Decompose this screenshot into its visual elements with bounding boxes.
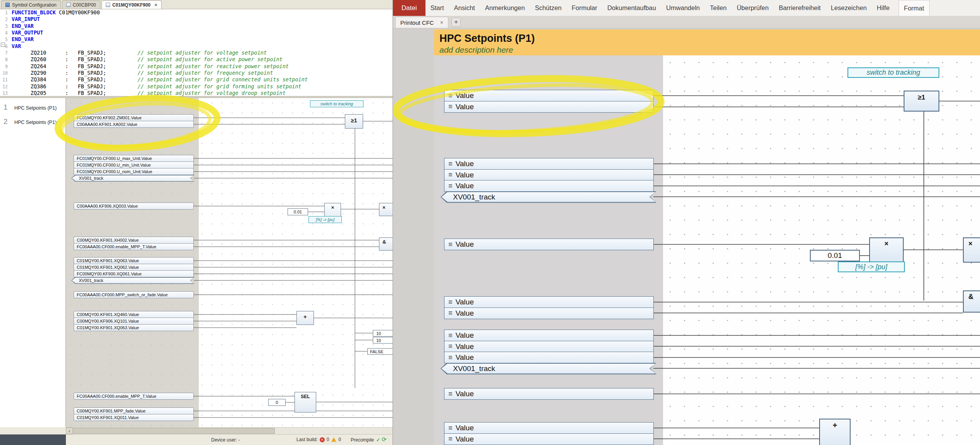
menu-file[interactable]: Datei bbox=[393, 0, 425, 16]
menu-lesezeichen[interactable]: Lesezeichen bbox=[826, 0, 872, 16]
constant-10[interactable]: 10 bbox=[373, 330, 393, 337]
cfc-input-block[interactable]: C00AAA00.KF906.XQ003.Value bbox=[74, 203, 194, 210]
new-tab-button[interactable]: + bbox=[451, 17, 461, 27]
multiply-gate[interactable]: × bbox=[869, 237, 904, 263]
value-block[interactable]: ≡Value bbox=[444, 341, 654, 352]
cfc-input-block[interactable]: FC01MQY00.KF902.ZM001.Value bbox=[74, 114, 194, 121]
menu-umwandeln[interactable]: Umwandeln bbox=[661, 0, 705, 16]
value-block[interactable]: ≡Value bbox=[444, 169, 654, 181]
tab-c01mqy00kf900[interactable]: C01MQY00KF900 × bbox=[102, 0, 162, 9]
cfc-input-block[interactable]: FC00MQY00.KF900.XQ061.Value bbox=[74, 270, 194, 277]
and-gate-partial[interactable]: & bbox=[379, 237, 393, 251]
constant-10[interactable]: 10 bbox=[373, 337, 393, 344]
code-line[interactable]: 1FUNCTION_BLOCK C01MQY00KF900 bbox=[0, 9, 393, 16]
value-block[interactable]: ≡Value bbox=[444, 352, 654, 363]
code-line[interactable]: 2VAR_INPUT bbox=[0, 16, 393, 22]
code-line[interactable]: 8 ZQ260 : FB_SPADJ; // setpoint adjuster… bbox=[0, 56, 393, 63]
menu-dokumentaufbau[interactable]: Dokumentaufbau bbox=[602, 0, 661, 16]
code-fold-marker-icon[interactable]: − bbox=[1, 43, 5, 47]
cfc-input-block[interactable]: C00MQY00.KF901.XQ460.Value bbox=[74, 311, 194, 318]
percent-to-pu-label[interactable]: [%] -> [pu] bbox=[838, 261, 905, 272]
cfc-input-block[interactable]: FC00AAA00.CF000.MPP_switch_or_fade.Value bbox=[74, 291, 194, 298]
cfc-input-block[interactable]: C01MQY00.KF901.XQ011.Value bbox=[74, 414, 194, 421]
code-line[interactable]: 5END_VAR bbox=[0, 36, 393, 43]
cfc-input-block[interactable]: FC00AAA00.CF000.enable_MPP_T.Value bbox=[74, 393, 194, 400]
value-block[interactable]: ≡Value bbox=[444, 180, 654, 192]
menu-ansicht[interactable]: Ansicht bbox=[449, 0, 480, 16]
cfc-input-block[interactable]: C01MQY00.KF901.XQ063.Value bbox=[74, 257, 194, 264]
code-line[interactable]: 13 ZQ205 : FB_SPADJ; // setpoint adjuste… bbox=[0, 90, 393, 96]
code-line[interactable]: 9 ZQ264 : FB_SPADJ; // setpoint adjuster… bbox=[0, 63, 393, 70]
close-icon[interactable]: × bbox=[155, 2, 158, 8]
value-block[interactable]: ≡Value bbox=[444, 101, 654, 113]
menu-format[interactable]: Format bbox=[899, 0, 930, 16]
code-line[interactable]: 7 ZQ210 : FB_SPADJ; // setpoint adjuster… bbox=[0, 50, 393, 56]
or-gate[interactable]: ≥1 bbox=[345, 114, 363, 129]
st-code-editor[interactable]: 1FUNCTION_BLOCK C01MQY00KF900 2VAR_INPUT… bbox=[0, 9, 393, 96]
cfc-input-block[interactable]: C01MQY00.KF901.XQ062.Value bbox=[74, 264, 194, 271]
value-block[interactable]: ≡Value bbox=[444, 158, 654, 170]
cfc-input-block[interactable]: C00AAA00.KF901.XA002.Value bbox=[74, 121, 194, 128]
cfc-input-block[interactable]: FC01MQY00.CF000.U_nom_Unit.Value bbox=[74, 168, 194, 175]
editor-splitter[interactable] bbox=[0, 96, 393, 98]
code-line[interactable]: 3END_VAR bbox=[0, 23, 393, 29]
code-line[interactable]: 11 ZQ384 : FB_SPADJ; // setpoint adjuste… bbox=[0, 76, 393, 83]
multiply-gate-partial[interactable]: × bbox=[963, 237, 980, 263]
constant-0[interactable]: 0 bbox=[268, 399, 286, 406]
cfc-input-block[interactable]: FC00AAA00.CF000.enable_MPP_T.Value bbox=[74, 243, 194, 250]
menu-ueberpruefen[interactable]: Überprüfen bbox=[732, 0, 774, 16]
constant-0-01[interactable]: 0.01 bbox=[288, 208, 308, 215]
switch-to-tracking-label[interactable]: switch to tracking bbox=[847, 67, 939, 78]
scroll-left-icon[interactable]: ‹ bbox=[66, 428, 73, 434]
add-gate[interactable]: + bbox=[819, 419, 851, 445]
hamburger-icon: ≡ bbox=[448, 424, 453, 432]
constant-false[interactable]: FALSE bbox=[367, 348, 393, 355]
value-block[interactable]: ≡Value bbox=[444, 433, 654, 445]
constant-0-01[interactable]: 0.01 bbox=[810, 250, 860, 261]
scrollbar-thumb[interactable] bbox=[73, 428, 275, 434]
code-line[interactable]: 6VAR bbox=[0, 43, 393, 50]
switch-to-tracking-label[interactable]: switch to tracking bbox=[310, 100, 363, 107]
cfc-page-item[interactable]: 1 HPC Setpoints (P1) bbox=[0, 102, 65, 115]
add-gate[interactable]: + bbox=[296, 311, 314, 325]
sel-gate[interactable]: SEL bbox=[295, 392, 316, 412]
or-gate[interactable]: ≥1 bbox=[904, 91, 939, 112]
cfc-input-block[interactable]: FC01MQY00.CF000.U_max_Unit.Value bbox=[74, 155, 194, 162]
doc-track-tag[interactable]: XV001_track bbox=[441, 363, 656, 375]
value-block[interactable]: ≡Value bbox=[444, 90, 654, 101]
value-block[interactable]: ≡Value bbox=[444, 330, 654, 341]
menu-anmerkungen[interactable]: Anmerkungen bbox=[480, 0, 530, 16]
tab-symbol-configuration[interactable]: Symbol Configuration bbox=[1, 0, 61, 9]
cfc-input-block[interactable]: C01MQY00.KF901.XQ063.Value bbox=[74, 324, 194, 331]
code-line[interactable]: 4VAR_OUTPUT bbox=[0, 29, 393, 36]
code-line[interactable]: 10 ZQ290 : FB_SPADJ; // setpoint adjuste… bbox=[0, 70, 393, 76]
value-block[interactable]: ≡Value bbox=[444, 422, 654, 434]
and-gate-partial[interactable]: & bbox=[963, 290, 980, 313]
cfc-page-item[interactable]: 2 HPC Setpoints (P1) bbox=[0, 116, 65, 129]
cfc-track-tag[interactable]: XV001_track bbox=[71, 277, 195, 284]
tab-printout-cfc[interactable]: Printout CFC × bbox=[395, 17, 448, 28]
menu-start[interactable]: Start bbox=[425, 0, 449, 16]
cfc-input-block[interactable]: C00MQY00.KF906.XQ101.Value bbox=[74, 318, 194, 325]
cfc-input-block[interactable]: FC01MQY00.CF000.U_min_Unit.Value bbox=[74, 162, 194, 168]
value-block[interactable]: ≡Value bbox=[444, 296, 654, 308]
line-number: 7 bbox=[0, 50, 12, 56]
tab-c00cbp00[interactable]: C00CBP00 bbox=[62, 0, 100, 9]
menu-formular[interactable]: Formular bbox=[567, 0, 602, 16]
value-block[interactable]: ≡Value bbox=[444, 308, 654, 319]
cfc-track-tag[interactable]: XV001_track bbox=[71, 175, 195, 182]
value-block[interactable]: ≡Value bbox=[444, 239, 654, 250]
close-icon[interactable]: × bbox=[440, 19, 443, 26]
cfc-horizontal-scrollbar[interactable]: ‹ bbox=[66, 427, 393, 434]
doc-track-tag[interactable]: XV001_track bbox=[441, 191, 656, 203]
menu-barrierefreiheit[interactable]: Barrierefreiheit bbox=[774, 0, 826, 16]
menu-schuetzen[interactable]: Schützen bbox=[530, 0, 567, 16]
percent-to-pu-label[interactable]: [%] -> [pu] bbox=[308, 216, 342, 223]
menu-hilfe[interactable]: Hilfe bbox=[872, 0, 895, 16]
multiply-gate-partial[interactable]: × bbox=[379, 203, 393, 216]
cfc-input-block[interactable]: C00MQY00.KF901.XH002.Value bbox=[74, 237, 194, 244]
menu-teilen[interactable]: Teilen bbox=[705, 0, 732, 16]
code-line[interactable]: 12 ZQ386 : FB_SPADJ; // setpoint adjuste… bbox=[0, 83, 393, 90]
value-block[interactable]: ≡Value bbox=[444, 388, 654, 400]
cfc-input-block[interactable]: C00MQY00.KF901.MPP_fade.Value bbox=[74, 407, 194, 414]
